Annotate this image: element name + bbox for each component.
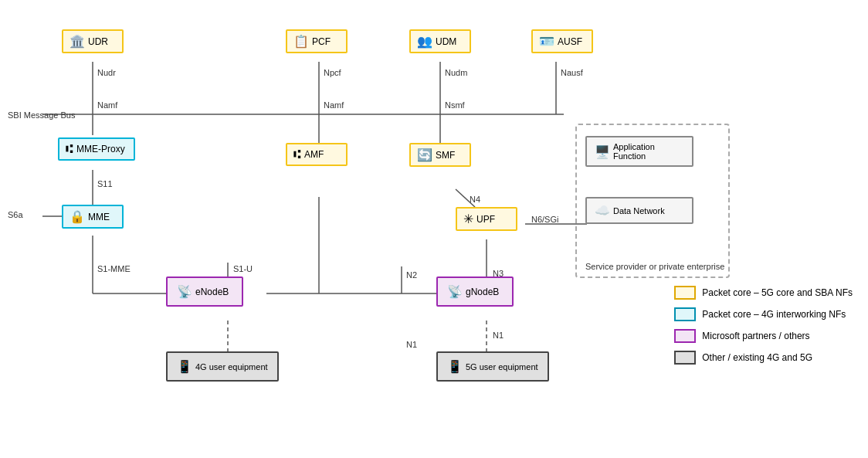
- node-dn[interactable]: ☁️ Data Network: [585, 197, 693, 224]
- legend-box-other: [674, 351, 696, 365]
- node-gnodeb[interactable]: 📡 gNodeB: [436, 276, 514, 307]
- legend-box-5g: [674, 286, 696, 300]
- npcf-label: Npcf: [324, 68, 341, 77]
- s1u-label: S1-U: [233, 264, 253, 273]
- pcf-icon: 📋: [293, 34, 309, 49]
- nudr-label: Nudr: [97, 68, 116, 77]
- node-smf[interactable]: 🔄 SMF: [409, 143, 471, 167]
- node-enodeb[interactable]: 📡 eNodeB: [166, 276, 243, 307]
- mme-label: MME: [88, 212, 110, 222]
- udr-label: UDR: [88, 36, 108, 47]
- enodeb-icon: 📡: [177, 284, 192, 299]
- n6sgi-label: N6/SGi: [531, 215, 558, 224]
- sbi-label: SBI Message Bus: [8, 110, 75, 120]
- af-label: Application Function: [613, 142, 683, 161]
- node-udr[interactable]: 🏛️ UDR: [62, 29, 124, 53]
- legend-label-other: Other / existing 4G and 5G: [702, 352, 812, 363]
- enodeb-label: eNodeB: [195, 287, 229, 297]
- n1-label2: N1: [493, 331, 504, 340]
- ue5g-icon: 📱: [447, 359, 463, 374]
- namf2-label: Namf: [324, 100, 344, 110]
- node-amf[interactable]: ⑆ AMF: [286, 143, 348, 166]
- amf-label: AMF: [304, 149, 324, 160]
- nudm-label: Nudm: [445, 68, 467, 77]
- s6a-label: S6a: [8, 210, 23, 219]
- namf1-label: Namf: [97, 100, 117, 110]
- af-icon: 🖥️: [595, 144, 610, 159]
- legend-label-partners: Microsoft partners / others: [702, 331, 809, 341]
- legend: Packet core – 5G core and SBA NFs Packet…: [674, 286, 853, 365]
- node-af[interactable]: 🖥️ Application Function: [585, 136, 693, 167]
- node-udm[interactable]: 👥 UDM: [409, 29, 471, 53]
- gnodeb-label: gNodeB: [466, 287, 499, 297]
- upf-label: UPF: [476, 214, 495, 225]
- legend-label-5g: Packet core – 5G core and SBA NFs: [702, 287, 853, 298]
- legend-item-5g: Packet core – 5G core and SBA NFs: [674, 286, 853, 300]
- n2-label: N2: [406, 270, 417, 280]
- n1-label: N1: [406, 340, 417, 349]
- ausf-icon: 🪪: [539, 34, 554, 49]
- ue4g-icon: 📱: [177, 359, 192, 374]
- service-provider-label: Service provider or private enterprise: [585, 261, 724, 273]
- ue5g-label: 5G user equipment: [466, 362, 538, 371]
- amf-icon: ⑆: [293, 148, 301, 161]
- udr-icon: 🏛️: [70, 34, 85, 49]
- node-ue5g[interactable]: 📱 5G user equipment: [436, 351, 549, 382]
- nsmf-label: Nsmf: [445, 100, 465, 110]
- ue4g-label: 4G user equipment: [195, 362, 268, 371]
- s1mme-label: S1-MME: [97, 264, 131, 273]
- mme-proxy-label: MME-Proxy: [76, 144, 125, 154]
- s11-label: S11: [97, 179, 113, 188]
- ausf-label: AUSF: [558, 36, 582, 47]
- gnodeb-icon: 📡: [447, 284, 463, 299]
- node-mme-proxy[interactable]: ⑆ MME-Proxy: [58, 137, 135, 161]
- smf-icon: 🔄: [417, 148, 432, 162]
- node-mme[interactable]: 🔒 MME: [62, 205, 124, 229]
- legend-box-partners: [674, 329, 696, 343]
- legend-item-partners: Microsoft partners / others: [674, 329, 853, 343]
- node-ausf[interactable]: 🪪 AUSF: [531, 29, 593, 53]
- udm-label: UDM: [436, 36, 456, 47]
- nausf-label: Nausf: [561, 68, 583, 77]
- smf-label: SMF: [436, 150, 455, 161]
- legend-box-4g: [674, 307, 696, 321]
- node-pcf[interactable]: 📋 PCF: [286, 29, 348, 53]
- pcf-label: PCF: [312, 36, 331, 47]
- legend-label-4g: Packet core – 4G interworking NFs: [702, 309, 846, 320]
- upf-icon: ✳: [463, 212, 473, 226]
- node-ue4g[interactable]: 📱 4G user equipment: [166, 351, 279, 382]
- udm-icon: 👥: [417, 34, 432, 49]
- mme-icon: 🔒: [70, 209, 85, 224]
- node-upf[interactable]: ✳ UPF: [456, 207, 517, 231]
- legend-item-other: Other / existing 4G and 5G: [674, 351, 853, 365]
- dn-icon: ☁️: [595, 203, 610, 218]
- n4-label: N4: [470, 195, 480, 204]
- mme-proxy-icon: ⑆: [66, 142, 73, 156]
- legend-item-4g: Packet core – 4G interworking NFs: [674, 307, 853, 321]
- diagram-container: SBI Message Bus 🏛️ UDR 📋 PCF 👥 UDM 🪪 AUS…: [0, 0, 868, 458]
- dn-label: Data Network: [613, 206, 665, 215]
- connection-lines: [0, 0, 868, 458]
